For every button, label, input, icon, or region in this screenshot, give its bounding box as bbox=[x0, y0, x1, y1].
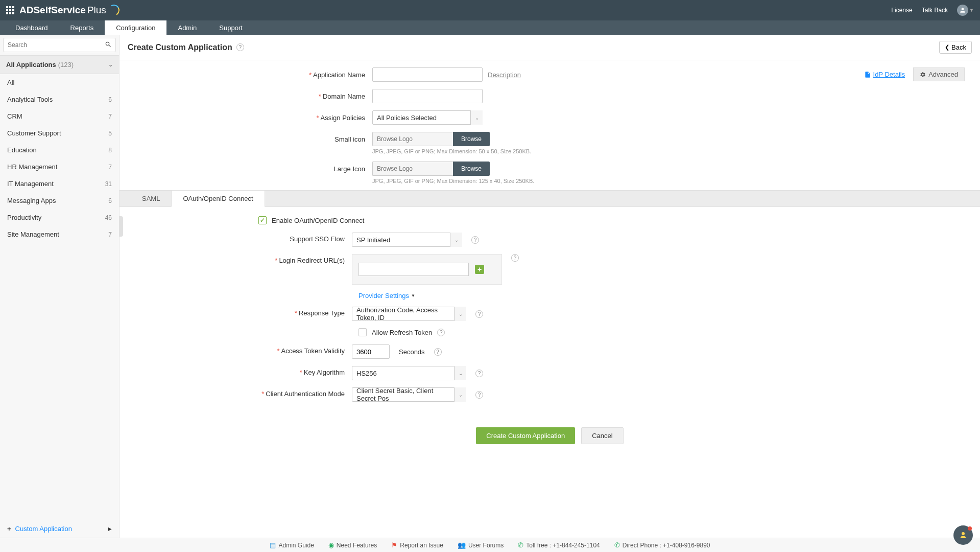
oauth-tab-content: Enable OAuth/OpenID Connect Support SSO … bbox=[119, 207, 980, 418]
license-link[interactable]: License bbox=[891, 7, 912, 14]
sso-flow-value: SP Initiated bbox=[352, 233, 462, 247]
tab-configuration[interactable]: Configuration bbox=[105, 20, 166, 35]
logo-arc-icon bbox=[107, 4, 121, 17]
domain-name-input[interactable] bbox=[372, 89, 483, 103]
sidebar-item-customer-support[interactable]: Customer Support5 bbox=[0, 125, 119, 142]
idp-details-link[interactable]: IdP Details bbox=[864, 71, 905, 78]
sidebar-item-crm[interactable]: CRM7 bbox=[0, 108, 119, 125]
app-grid-icon[interactable] bbox=[6, 6, 14, 14]
sidebar-item-count: 31 bbox=[105, 180, 112, 188]
provider-settings-label: Provider Settings bbox=[358, 292, 409, 300]
sidebar-item-messaging[interactable]: Messaging Apps6 bbox=[0, 192, 119, 209]
person-icon bbox=[959, 531, 968, 539]
help-icon[interactable]: ? bbox=[475, 370, 483, 377]
login-redirect-input[interactable] bbox=[358, 263, 469, 276]
enable-oauth-label: Enable OAuth/OpenID Connect bbox=[272, 217, 364, 224]
small-icon-label: Small icon bbox=[334, 135, 365, 143]
help-icon[interactable]: ? bbox=[471, 236, 479, 244]
small-icon-browse-button[interactable]: Browse bbox=[453, 132, 490, 146]
client-auth-select[interactable]: Client Secret Basic, Client Secret Pos ⌄ bbox=[352, 387, 466, 402]
sidebar-item-label: Customer Support bbox=[7, 129, 61, 137]
access-token-input[interactable] bbox=[352, 344, 390, 359]
sidebar-item-label: CRM bbox=[7, 112, 22, 120]
sidebar-item-education[interactable]: Education8 bbox=[0, 142, 119, 158]
key-algo-select[interactable]: HS256 ⌄ bbox=[352, 366, 466, 380]
sidebar-item-all[interactable]: All bbox=[0, 74, 119, 91]
tab-dashboard[interactable]: Dashboard bbox=[4, 20, 59, 35]
key-algo-label: Key Algorithm bbox=[304, 369, 345, 376]
tab-admin[interactable]: Admin bbox=[166, 20, 208, 35]
help-icon[interactable]: ? bbox=[434, 348, 442, 356]
search-icon[interactable] bbox=[105, 41, 112, 50]
sidebar-item-count: 6 bbox=[108, 197, 112, 204]
provider-settings-toggle[interactable]: Provider Settings ▼ bbox=[358, 292, 980, 300]
sidebar-item-it[interactable]: IT Management31 bbox=[0, 175, 119, 192]
sidebar: All Applications (123) ⌄ All Analytical … bbox=[0, 35, 119, 539]
large-icon-input bbox=[372, 162, 453, 176]
help-icon[interactable]: ? bbox=[511, 254, 519, 262]
refresh-token-checkbox[interactable] bbox=[358, 328, 367, 336]
tab-support[interactable]: Support bbox=[208, 20, 254, 35]
tab-reports[interactable]: Reports bbox=[59, 20, 105, 35]
assign-policies-value: All Policies Selected bbox=[372, 110, 483, 125]
help-icon[interactable]: ? bbox=[475, 391, 483, 399]
enable-oauth-checkbox[interactable] bbox=[258, 216, 267, 224]
sidebar-list: All Analytical Tools6 CRM7 Customer Supp… bbox=[0, 74, 119, 519]
advanced-button[interactable]: Advanced bbox=[913, 67, 965, 81]
tab-saml[interactable]: SAML bbox=[131, 191, 171, 206]
gear-icon bbox=[920, 72, 926, 78]
custom-app-label: Custom Application bbox=[15, 525, 72, 533]
client-auth-value: Client Secret Basic, Client Secret Pos bbox=[352, 387, 466, 402]
response-type-select[interactable]: Authorization Code, Access Token, ID ⌄ bbox=[352, 307, 466, 321]
app-logo: ADSelfService Plus bbox=[19, 5, 119, 16]
content: Create Custom Application ? ❮ Back IdP D… bbox=[119, 35, 980, 539]
talkback-link[interactable]: Talk Back bbox=[922, 7, 948, 14]
chevron-down-icon: ⌄ bbox=[108, 61, 113, 68]
cancel-button[interactable]: Cancel bbox=[581, 427, 623, 444]
create-button[interactable]: Create Custom Application bbox=[476, 427, 575, 444]
seconds-label: Seconds bbox=[399, 348, 425, 356]
redirect-box: + bbox=[352, 254, 502, 285]
document-icon bbox=[864, 71, 871, 78]
response-type-value: Authorization Code, Access Token, ID bbox=[352, 307, 466, 321]
top-actions: IdP Details Advanced bbox=[864, 67, 965, 81]
content-header: Create Custom Application ? ❮ Back bbox=[119, 35, 980, 60]
sidebar-item-count: 7 bbox=[108, 231, 112, 238]
nav-tabs: Dashboard Reports Configuration Admin Su… bbox=[0, 20, 980, 35]
tab-oauth[interactable]: OAuth/OpenID Connect bbox=[171, 190, 265, 207]
back-button[interactable]: ❮ Back bbox=[939, 41, 972, 54]
sidebar-item-site[interactable]: Site Management7 bbox=[0, 226, 119, 243]
triangle-down-icon: ▼ bbox=[411, 293, 415, 298]
user-menu[interactable]: ▼ bbox=[957, 5, 974, 16]
chat-bubble[interactable] bbox=[953, 525, 973, 539]
app-name-bold: ADSelfService bbox=[19, 5, 86, 16]
app-name-input[interactable] bbox=[372, 67, 483, 82]
add-redirect-button[interactable]: + bbox=[475, 265, 484, 274]
assign-policies-select[interactable]: All Policies Selected ⌄ bbox=[372, 110, 483, 125]
idp-details-label: IdP Details bbox=[873, 71, 905, 78]
advanced-label: Advanced bbox=[928, 71, 958, 78]
row-response-type: *Response Type Authorization Code, Acces… bbox=[119, 307, 980, 321]
row-small-icon: Small icon Browse bbox=[119, 132, 980, 146]
sidebar-item-analytical[interactable]: Analytical Tools6 bbox=[0, 91, 119, 108]
description-link[interactable]: Description bbox=[488, 71, 521, 79]
help-icon[interactable]: ? bbox=[437, 329, 445, 336]
sidebar-item-count: 5 bbox=[108, 130, 112, 137]
sidebar-item-count: 6 bbox=[108, 96, 112, 103]
client-auth-label: Client Authentication Mode bbox=[266, 390, 345, 398]
custom-application-link[interactable]: + Custom Application ▶ bbox=[0, 519, 119, 539]
row-key-algo: *Key Algorithm HS256 ⌄ ? bbox=[119, 366, 980, 380]
refresh-token-label: Allow Refresh Token bbox=[372, 329, 432, 336]
sidebar-item-productivity[interactable]: Productivity46 bbox=[0, 209, 119, 226]
large-icon-browse-button[interactable]: Browse bbox=[453, 162, 490, 176]
sidebar-item-hr[interactable]: HR Management7 bbox=[0, 158, 119, 175]
sso-flow-select[interactable]: SP Initiated ⌄ bbox=[352, 233, 462, 247]
sidebar-search-input[interactable] bbox=[3, 38, 116, 52]
help-icon[interactable]: ? bbox=[475, 310, 483, 318]
domain-name-label: Domain Name bbox=[323, 93, 365, 100]
help-icon[interactable]: ? bbox=[236, 43, 244, 51]
sidebar-header[interactable]: All Applications (123) ⌄ bbox=[0, 55, 119, 74]
sidebar-item-count: 7 bbox=[108, 113, 112, 120]
assign-policies-label: Assign Policies bbox=[321, 114, 365, 122]
row-sso-flow: Support SSO Flow SP Initiated ⌄ ? bbox=[119, 233, 980, 247]
